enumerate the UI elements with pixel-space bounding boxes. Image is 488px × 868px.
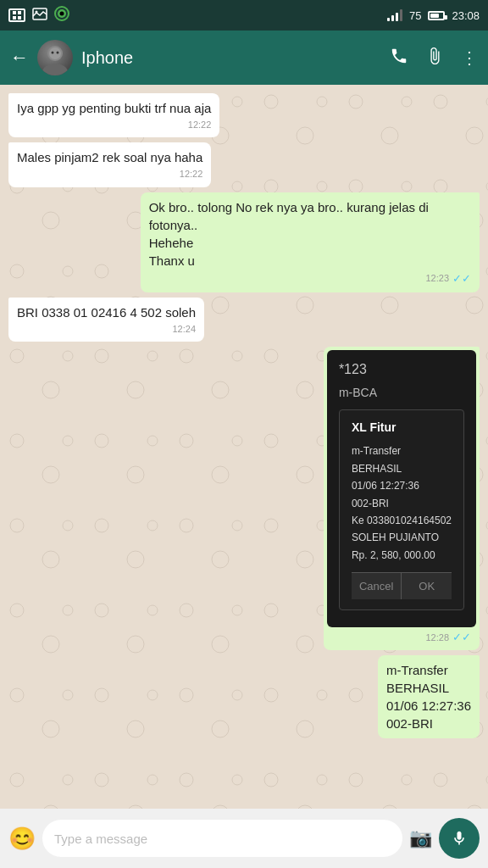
chat-header: ← Iphone ⋮ <box>0 31 488 85</box>
read-receipt-icon: ✓✓ <box>452 631 471 643</box>
message-row: Males pinjam2 rek soal nya haha 12:22 <box>8 142 480 186</box>
header-icons: ⋮ <box>390 47 478 70</box>
more-options-icon[interactable]: ⋮ <box>461 47 478 68</box>
emoji-button[interactable]: 😊 <box>8 826 36 852</box>
dialog-line: Rp. 2, 580, 000.00 <box>352 547 452 564</box>
dialog-line: 01/06 12:27:36 <box>352 477 452 494</box>
dialog-line: m-Transfer <box>352 442 452 459</box>
message-meta: 12:28 ✓✓ <box>327 629 476 647</box>
message-row: BRI 0338 01 02416 4 502 soleh 12:24 <box>8 298 480 342</box>
input-bar: 😊 Type a message 📷 <box>0 809 488 868</box>
message-time: 12:23 <box>425 272 449 285</box>
message-bubble: Ok bro.. tolong No rek nya ya bro.. kura… <box>141 192 480 292</box>
message-bubble: m-Transfer BERHASIL 01/06 12:27:36 002-B… <box>378 655 480 738</box>
avatar[interactable] <box>37 40 73 75</box>
message-text: m-Transfer BERHASIL 01/06 12:27:36 002-B… <box>386 661 471 732</box>
clock: 23:08 <box>452 9 480 22</box>
mic-button[interactable] <box>439 818 480 859</box>
cancel-button[interactable]: Cancel <box>352 573 402 599</box>
message-meta: 12:22 <box>17 168 202 181</box>
message-bubble: BRI 0338 01 02416 4 502 soleh 12:24 <box>8 298 204 342</box>
message-text: BRI 0338 01 02416 4 502 soleh <box>17 303 196 321</box>
message-input[interactable]: Type a message <box>42 820 402 857</box>
chat-area: Iya gpp yg penting bukti trf nua aja 12:… <box>0 85 488 809</box>
svg-rect-0 <box>13 11 16 14</box>
message-bubble: Iya gpp yg penting bukti trf nua aja 12:… <box>8 93 219 137</box>
message-text: Ok bro.. tolong No rek nya ya bro.. kura… <box>149 198 471 270</box>
dialog-line: BERHASIL <box>352 460 452 477</box>
battery-percent: 75 <box>409 9 421 22</box>
message-time: 12:28 <box>425 632 449 643</box>
status-bar-left <box>8 6 69 25</box>
message-time: 12:22 <box>188 119 212 131</box>
message-meta: 12:23 ✓✓ <box>149 271 471 287</box>
back-button[interactable]: ← <box>10 47 29 69</box>
svg-rect-2 <box>13 16 16 19</box>
message-row: *123 m-BCA XL Fitur m-Transfer BERHASIL … <box>8 347 480 650</box>
status-bar: 75 23:08 <box>0 0 488 31</box>
svg-rect-1 <box>18 11 21 14</box>
dialog-title: XL Fitur <box>352 420 452 434</box>
camera-status-icon <box>54 6 69 25</box>
message-row: Iya gpp yg penting bukti trf nua aja 12:… <box>8 93 480 137</box>
read-receipt-icon: ✓✓ <box>452 271 471 287</box>
dialog-box: XL Fitur m-Transfer BERHASIL 01/06 12:27… <box>339 409 464 610</box>
media-bubble: *123 m-BCA XL Fitur m-Transfer BERHASIL … <box>324 347 480 650</box>
svg-point-13 <box>57 52 59 54</box>
app-grid-icon <box>8 8 25 22</box>
svg-point-8 <box>60 12 64 16</box>
message-time: 12:22 <box>180 168 203 181</box>
screenshot-image: *123 m-BCA XL Fitur m-Transfer BERHASIL … <box>327 350 476 627</box>
battery-icon <box>428 11 445 20</box>
status-bar-right: 75 23:08 <box>387 9 480 22</box>
call-icon[interactable] <box>390 47 408 70</box>
dialog-content: m-Transfer BERHASIL 01/06 12:27:36 002-B… <box>352 442 452 564</box>
svg-rect-3 <box>18 16 21 19</box>
contact-name[interactable]: Iphone <box>81 48 381 68</box>
ok-button[interactable]: OK <box>402 573 452 599</box>
svg-point-12 <box>52 52 54 54</box>
screenshot-code: *123 <box>339 362 464 377</box>
message-meta: 12:24 <box>17 323 196 336</box>
dialog-line: 002-BRI <box>352 495 452 512</box>
camera-button[interactable]: 📷 <box>409 827 432 849</box>
dialog-buttons: Cancel OK <box>352 572 452 599</box>
message-row: Ok bro.. tolong No rek nya ya bro.. kura… <box>8 192 480 292</box>
svg-point-11 <box>49 47 61 59</box>
signal-icon <box>387 9 402 21</box>
dialog-line: Ke 033801024164502 <box>352 512 452 529</box>
screenshot-label: m-BCA <box>339 386 464 399</box>
message-text: Males pinjam2 rek soal nya haha <box>17 148 202 166</box>
input-placeholder: Type a message <box>54 832 147 846</box>
message-bubble: Males pinjam2 rek soal nya haha 12:22 <box>8 142 211 186</box>
svg-point-10 <box>42 64 68 75</box>
message-row: m-Transfer BERHASIL 01/06 12:27:36 002-B… <box>8 655 480 738</box>
attachment-icon[interactable] <box>425 47 444 70</box>
message-text: Iya gpp yg penting bukti trf nua aja <box>17 99 211 117</box>
dialog-line: SOLEH PUJIANTO <box>352 529 452 546</box>
message-time: 12:24 <box>172 323 196 336</box>
gallery-icon <box>32 8 47 24</box>
message-meta: 12:22 <box>17 119 211 131</box>
